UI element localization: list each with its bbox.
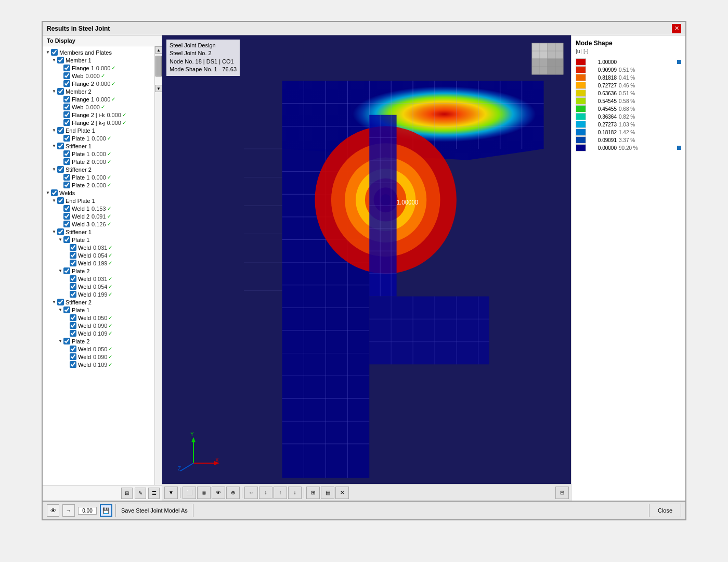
expand-arrow[interactable]: ▼ <box>51 88 57 95</box>
tree-checkbox[interactable] <box>51 189 58 196</box>
tree-scrollbar[interactable]: ▲ ▼ <box>154 46 162 485</box>
tree-item-ep1plate1[interactable]: Plate 10.000✓ <box>43 134 154 142</box>
tree-item-m2flange2ik[interactable]: Flange 2 | i-k0.000✓ <box>43 111 154 119</box>
tree-checkbox[interactable] <box>70 361 76 368</box>
window-close-button[interactable]: ✕ <box>672 24 681 33</box>
vp-btn-rotate1[interactable]: ↔ <box>244 487 258 499</box>
tree-item-web1[interactable]: Web0.000✓ <box>43 72 154 80</box>
tree-checkbox[interactable] <box>57 166 64 173</box>
tree-checkbox[interactable] <box>63 158 70 165</box>
tree-checkbox[interactable] <box>63 111 70 118</box>
tree-checkbox[interactable] <box>57 57 64 63</box>
tree-item-stiffener1[interactable]: ▼Stiffener 1 <box>43 142 154 150</box>
tree-checkbox[interactable] <box>63 213 70 220</box>
icon-button-1[interactable]: ⊞ <box>121 488 133 499</box>
vp-btn-rotate3[interactable]: ↑ <box>274 487 287 499</box>
tree-item-w-s2p1w3[interactable]: Weld0.109✓ <box>43 329 154 337</box>
expand-arrow[interactable]: ▼ <box>51 57 57 63</box>
tree-checkbox[interactable] <box>63 72 70 79</box>
tree-item-w-s2p2w2[interactable]: Weld0.090✓ <box>43 353 154 361</box>
tree-checkbox[interactable] <box>63 135 70 142</box>
save-icon-btn[interactable]: 💾 <box>100 504 112 517</box>
arrow-icon-btn[interactable]: → <box>62 504 75 517</box>
icon-button-3[interactable]: ☰ <box>148 488 160 499</box>
vp-btn-rotate4[interactable]: ↓ <box>288 487 302 499</box>
vp-btn-view3[interactable]: 👁 <box>212 487 225 499</box>
tree-item-welds[interactable]: ▼Welds <box>43 189 154 197</box>
tree-item-w-ep1w1[interactable]: Weld 10.153✓ <box>43 205 154 212</box>
tree-item-w-s1p2w1[interactable]: Weld0.031✓ <box>43 275 154 283</box>
vp-btn-view1[interactable]: ⬜ <box>183 487 196 499</box>
tree-item-s2plate1[interactable]: Plate 10.000✓ <box>43 173 154 181</box>
tree-item-w-s2p2w1[interactable]: Weld0.050✓ <box>43 345 154 353</box>
tree-checkbox[interactable] <box>63 306 70 313</box>
tree-item-w-s2p2[interactable]: ▼Plate 2 <box>43 337 154 345</box>
tree-checkbox[interactable] <box>70 252 76 259</box>
tree-checkbox[interactable] <box>57 197 64 204</box>
scroll-down-button[interactable]: ▼ <box>155 85 162 92</box>
tree-item-w-s1p2w2[interactable]: Weld0.054✓ <box>43 283 154 290</box>
tree-checkbox[interactable] <box>57 143 64 149</box>
tree-item-flange1[interactable]: Flange 10.000✓ <box>43 64 154 72</box>
tree-checkbox[interactable] <box>57 88 64 95</box>
eye-icon-btn[interactable]: 👁 <box>47 504 59 517</box>
tree-checkbox[interactable] <box>63 267 70 274</box>
tree-checkbox[interactable] <box>57 228 64 235</box>
tree-checkbox[interactable] <box>70 353 76 360</box>
tree-item-s1plate2[interactable]: Plate 20.000✓ <box>43 158 154 165</box>
tree-checkbox[interactable] <box>63 80 70 87</box>
tree-checkbox[interactable] <box>57 299 64 305</box>
tree-item-s1plate1[interactable]: Plate 10.000✓ <box>43 150 154 158</box>
close-button[interactable]: Close <box>649 504 681 517</box>
vp-btn-layers[interactable]: ▤ <box>321 487 334 499</box>
expand-arrow[interactable]: ▼ <box>51 127 57 134</box>
tree-item-w-s1p1w1[interactable]: Weld0.031✓ <box>43 244 154 251</box>
tree-checkbox[interactable] <box>63 236 70 243</box>
tree-item-endplate1[interactable]: ▼End Plate 1 <box>43 126 154 134</box>
tree-item-m2flange2kj[interactable]: Flange 2 | k-j0.000✓ <box>43 119 154 126</box>
expand-arrow[interactable]: ▼ <box>45 49 51 56</box>
tree-checkbox[interactable] <box>51 49 58 56</box>
tree-checkbox[interactable] <box>63 338 70 344</box>
save-button[interactable]: Save Steel Joint Model As <box>115 504 193 517</box>
view-cube[interactable] <box>529 41 566 77</box>
tree-item-stiffener2[interactable]: ▼Stiffener 2 <box>43 165 154 173</box>
vp-btn-view2[interactable]: ◎ <box>197 487 211 499</box>
expand-arrow[interactable]: ▼ <box>57 237 63 243</box>
tree-item-w-s1p2[interactable]: ▼Plate 2 <box>43 267 154 275</box>
tree-checkbox[interactable] <box>70 283 76 290</box>
tree-item-m2flange1[interactable]: Flange 10.000✓ <box>43 95 154 103</box>
expand-arrow[interactable]: ▼ <box>51 299 57 305</box>
tree-checkbox[interactable] <box>63 182 70 188</box>
tree-checkbox[interactable] <box>70 291 76 298</box>
tree-item-w-s1p2w3[interactable]: Weld0.199✓ <box>43 290 154 298</box>
expand-arrow[interactable]: ▼ <box>57 268 63 274</box>
tree-item-flange2[interactable]: Flange 20.000✓ <box>43 80 154 87</box>
tree-checkbox[interactable] <box>63 96 70 103</box>
icon-button-2[interactable]: ✎ <box>135 488 146 499</box>
vp-btn-view4[interactable]: ⊕ <box>226 487 240 499</box>
viewport[interactable]: Steel Joint Design Steel Joint No. 2 Nod… <box>162 35 571 501</box>
tree-item-members-plates[interactable]: ▼Members and Plates <box>43 48 154 56</box>
tree-item-w-s1p1w2[interactable]: Weld0.054✓ <box>43 251 154 259</box>
tree-checkbox[interactable] <box>70 346 76 352</box>
tree-checkbox[interactable] <box>63 221 70 227</box>
tree-item-w-s2p1[interactable]: ▼Plate 1 <box>43 306 154 314</box>
vp-btn-grid[interactable]: ⊞ <box>306 487 320 499</box>
tree-item-w-ep1w3[interactable]: Weld 30.126✓ <box>43 220 154 228</box>
expand-arrow[interactable]: ▼ <box>45 190 51 196</box>
tree-checkbox[interactable] <box>63 65 70 71</box>
tree-item-w-s2p1w1[interactable]: Weld0.050✓ <box>43 314 154 322</box>
tree-item-w-s2p2w3[interactable]: Weld0.109✓ <box>43 361 154 368</box>
tree-checkbox[interactable] <box>63 104 70 110</box>
tree-item-w-s2p1w2[interactable]: Weld0.090✓ <box>43 322 154 329</box>
tree-checkbox[interactable] <box>70 244 76 251</box>
tree-checkbox[interactable] <box>63 205 70 212</box>
expand-arrow[interactable]: ▼ <box>51 198 57 204</box>
tree-item-member1[interactable]: ▼Member 1 <box>43 56 154 64</box>
tree-item-w-endplate1[interactable]: ▼End Plate 1 <box>43 197 154 205</box>
tree-checkbox[interactable] <box>63 119 70 126</box>
scroll-up-button[interactable]: ▲ <box>155 46 162 54</box>
tree-checkbox[interactable] <box>63 150 70 157</box>
vp-btn-rotate2[interactable]: ↕ <box>259 487 272 499</box>
